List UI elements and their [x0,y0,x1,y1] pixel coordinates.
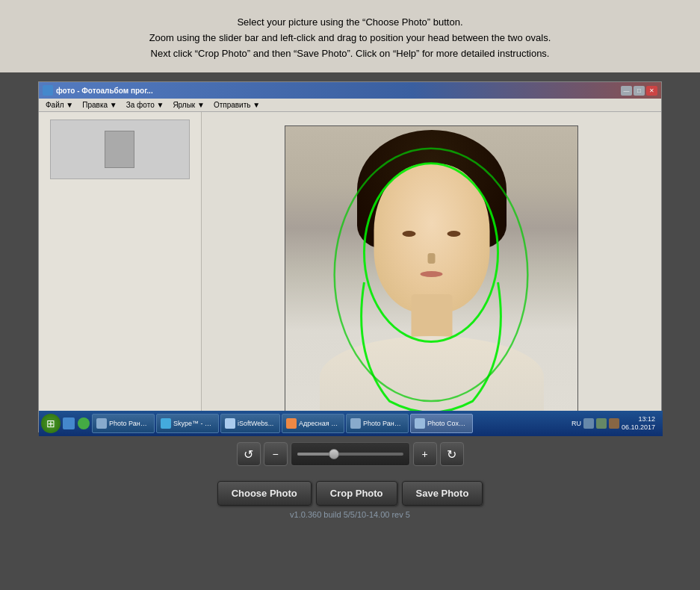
zoom-slider-container [291,442,410,466]
rotate-left-button[interactable]: ↺ [237,442,261,466]
photo-display-area[interactable]: 🔍 + − ◄ ▶ ► ⊞ ↩ ↪ ✕ [202,112,661,432]
window-controls: — □ ✕ [621,86,657,96]
zoom-controls: ↺ − + ↻ [237,442,464,466]
taskbar-label-6: Photo Сохранит... [427,420,468,427]
screenshot-container: фото - Фотоальбом прог... — □ ✕ Файл ▼ П… [38,81,662,436]
menu-photo[interactable]: За фото ▼ [123,100,168,110]
main-area: фото - Фотоальбом прог... — □ ✕ Файл ▼ П… [0,72,700,527]
person-photo [285,126,577,418]
taskbar-label-5: Photo Раньше... [363,420,404,427]
menu-file[interactable]: Файл ▼ [42,100,77,110]
instructions-panel: Select your picture using the “Choose Ph… [0,0,700,72]
taskbar-label-3: iSoftWebs... [238,420,273,427]
taskbar-icon-2 [161,418,171,429]
tray-text: RU [572,420,581,427]
zoom-slider-thumb[interactable] [329,449,339,459]
minimize-button[interactable]: — [621,86,632,96]
start-button[interactable]: ⊞ [41,414,61,433]
zoom-in-button[interactable]: + [413,442,437,466]
clock-time: 13:12 [622,415,655,424]
taskbar-item-5[interactable]: Photo Раньше... [346,414,409,433]
taskbar-icon-5 [350,418,361,429]
rotate-right-button[interactable]: ↻ [440,442,464,466]
windows-taskbar: ⊞ Photo Раньше... Skype™ - удоб... iSoft… [39,411,663,436]
zoom-slider-track [297,453,403,456]
clock-date: 06.10.2017 [622,423,655,432]
taskbar-label-2: Skype™ - удоб... [173,420,214,427]
tray-icon-1 [583,418,594,429]
window-title: фото - Фотоальбом прог... [56,87,153,95]
quick-launch-2[interactable] [78,417,90,429]
taskbar-item-2[interactable]: Skype™ - удоб... [156,414,219,433]
left-panel [39,112,202,432]
menubar: Файл ▼ Правка ▼ За фото ▼ Ярлык ▼ Отправ… [39,99,661,112]
menu-edit[interactable]: Правка ▼ [78,100,120,110]
action-buttons-bar: Choose Photo Crop Photo Save Photo [217,481,483,506]
menu-send[interactable]: Отправить ▼ [210,100,264,110]
taskbar-item-3[interactable]: iSoftWebs... [220,414,280,433]
choose-photo-button[interactable]: Choose Photo [217,481,312,506]
face-element [374,164,489,313]
taskbar-icon-3 [225,418,235,429]
menu-labels[interactable]: Ярлык ▼ [169,100,208,110]
system-tray: RU 13:12 06.10.2017 [572,415,660,432]
instruction-line1: Select your picture using the “Choose Ph… [30,15,670,31]
quick-launch-1[interactable] [63,417,75,429]
app-window: фото - Фотоальбом прог... — □ ✕ Файл ▼ П… [38,81,662,432]
taskbar-label-4: Адресная кни... [299,420,340,427]
taskbar-item-6[interactable]: Photo Сохранит... [410,414,473,433]
taskbar-icon-4 [286,418,297,429]
crop-photo-button[interactable]: Crop Photo [316,481,397,506]
close-button[interactable]: ✕ [646,86,657,96]
zoom-out-button[interactable]: − [264,442,288,466]
thumbnail [50,119,189,179]
taskbar-item-4[interactable]: Адресная кни... [282,414,344,433]
taskbar-icon-6 [415,418,425,429]
app-icon [43,85,53,96]
taskbar-label-1: Photo Раньше... [109,420,150,427]
maximize-button[interactable]: □ [634,86,645,96]
photo-frame [285,125,578,419]
tray-icon-2 [596,418,607,429]
taskbar-item-1[interactable]: Photo Раньше... [92,414,155,433]
save-photo-button[interactable]: Save Photo [402,481,483,506]
tray-icon-3 [609,418,619,429]
window-content: 🔍 + − ◄ ▶ ► ⊞ ↩ ↪ ✕ [39,112,661,432]
window-titlebar: фото - Фотоальбом прог... — □ ✕ [39,82,661,99]
taskbar-icon-1 [96,418,107,429]
body-element [320,336,544,418]
instruction-line2: Zoom using the slider bar and left-click… [30,31,670,46]
version-label: v1.0.360 build 5/5/10-14.00 rev 5 [290,510,410,519]
instruction-line3: Next click “Crop Photo” and then “Save P… [30,46,670,62]
system-clock: 13:12 06.10.2017 [622,415,657,432]
